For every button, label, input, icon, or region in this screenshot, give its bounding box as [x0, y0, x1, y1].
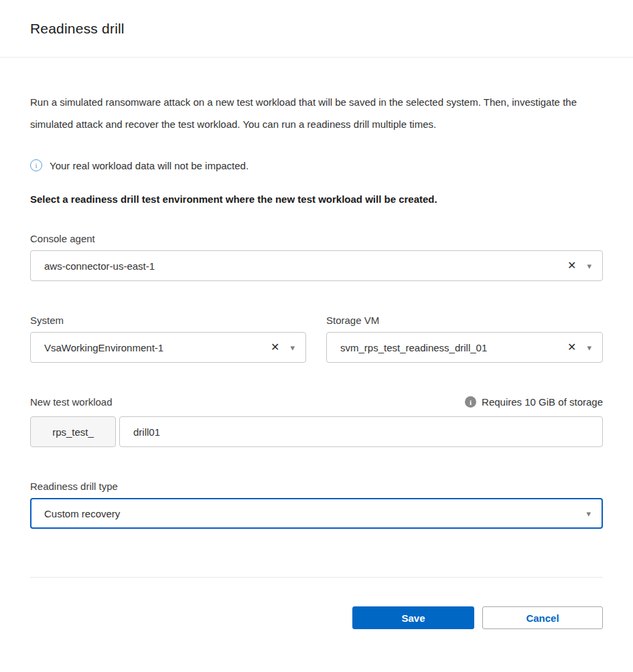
readiness-drill-type-label: Readiness drill type — [30, 481, 603, 492]
drill-type-select[interactable]: Custom recovery ▾ — [30, 498, 603, 529]
system-field: System VsaWorkingEnvironment-1 ✕ ▾ — [30, 315, 306, 363]
system-value: VsaWorkingEnvironment-1 — [44, 342, 163, 353]
storage-vm-value: svm_rps_test_readiness_drill_01 — [340, 342, 487, 353]
storage-vm-field: Storage VM svm_rps_test_readiness_drill_… — [326, 315, 603, 363]
clear-icon[interactable]: ✕ — [567, 342, 576, 353]
info-icon: i — [30, 159, 42, 171]
console-agent-label: Console agent — [30, 233, 603, 244]
chevron-down-icon[interactable]: ▾ — [587, 343, 591, 352]
console-agent-controls: ✕ ▾ — [567, 260, 591, 271]
chevron-down-icon[interactable]: ▾ — [587, 262, 591, 270]
page-title: Readiness drill — [30, 21, 125, 37]
console-agent-value: aws-connector-us-east-1 — [44, 260, 155, 272]
system-label: System — [30, 315, 306, 326]
drill-type-controls: ▾ — [586, 509, 591, 518]
clear-icon[interactable]: ✕ — [567, 260, 576, 271]
readiness-drill-dialog: Readiness drill Run a simulated ransomwa… — [0, 0, 633, 629]
chevron-down-icon[interactable]: ▾ — [586, 509, 591, 518]
system-select[interactable]: VsaWorkingEnvironment-1 ✕ ▾ — [30, 332, 306, 363]
workload-name-input[interactable] — [119, 416, 603, 447]
drill-type-field: Readiness drill type Custom recovery ▾ — [30, 481, 603, 529]
info-filled-icon: i — [465, 396, 476, 408]
system-controls: ✕ ▾ — [271, 342, 295, 353]
cancel-button[interactable]: Cancel — [482, 606, 603, 629]
workload-name-row: rps_test_ — [30, 416, 603, 447]
dialog-header: Readiness drill — [0, 0, 633, 58]
chevron-down-icon[interactable]: ▾ — [290, 343, 295, 352]
workload-header-row: New test workload i Requires 10 GiB of s… — [30, 396, 603, 408]
dialog-footer: Save Cancel — [30, 578, 603, 629]
dialog-body: Run a simulated ransomware attack on a n… — [0, 91, 633, 629]
description-text: Run a simulated ransomware attack on a n… — [30, 91, 591, 135]
save-button[interactable]: Save — [352, 606, 474, 629]
console-agent-select[interactable]: aws-connector-us-east-1 ✕ ▾ — [30, 250, 603, 281]
clear-icon[interactable]: ✕ — [271, 342, 279, 353]
storage-vm-label: Storage VM — [326, 315, 603, 326]
storage-vm-controls: ✕ ▾ — [567, 342, 591, 353]
storage-requirement-note: i Requires 10 GiB of storage — [465, 396, 603, 408]
system-storage-row: System VsaWorkingEnvironment-1 ✕ ▾ Stora… — [30, 315, 603, 363]
drill-type-value: Custom recovery — [44, 508, 120, 519]
new-test-workload-label: New test workload — [30, 396, 113, 408]
info-note: i Your real workload data will not be im… — [30, 159, 603, 171]
info-note-text: Your real workload data will not be impa… — [50, 160, 249, 171]
storage-vm-select[interactable]: svm_rps_test_readiness_drill_01 ✕ ▾ — [326, 332, 603, 363]
workload-prefix: rps_test_ — [30, 416, 116, 447]
console-agent-field: Console agent aws-connector-us-east-1 ✕ … — [30, 233, 603, 281]
storage-requirement-text: Requires 10 GiB of storage — [482, 396, 603, 408]
select-environment-instruction: Select a readiness drill test environmen… — [30, 193, 603, 205]
